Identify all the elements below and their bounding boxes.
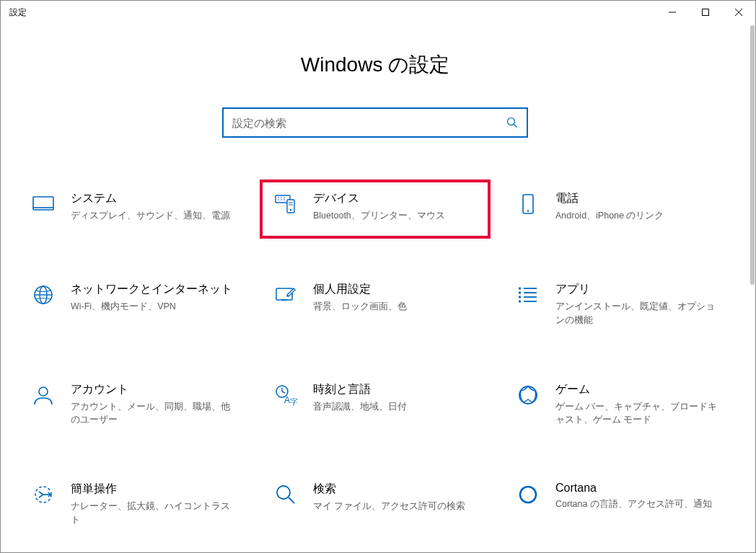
maximize-icon: [702, 9, 709, 16]
tile-title: ゲーム: [555, 382, 718, 397]
globe-icon: [32, 283, 55, 306]
close-icon: [735, 9, 742, 16]
tile-time-language[interactable]: A 字 時刻と言語 音声認識、地域、日付: [267, 378, 483, 432]
svg-rect-32: [519, 296, 521, 298]
scrollbar[interactable]: [750, 24, 755, 552]
tile-personalization[interactable]: 個人用設定 背景、ロック画面、色: [267, 278, 483, 332]
tile-subtitle: 音声認識、地域、日付: [313, 400, 476, 414]
svg-line-37: [282, 391, 285, 393]
tile-ease-of-access[interactable]: 簡単操作 ナレーター、拡大鏡、ハイコントラスト: [25, 477, 241, 531]
svg-point-42: [277, 486, 290, 499]
search-icon: [506, 117, 518, 128]
gaming-icon: [517, 384, 540, 407]
svg-line-5: [514, 124, 517, 127]
page-title: Windows の設定: [1, 51, 750, 79]
tile-title: Cortana: [555, 482, 718, 495]
tile-title: システム: [71, 191, 234, 206]
tile-subtitle: Android、iPhone のリンク: [555, 209, 718, 223]
tile-accounts[interactable]: アカウント アカウント、メール、同期、職場、他のユーザー: [25, 378, 241, 432]
scrollbar-thumb[interactable]: [750, 25, 755, 285]
svg-rect-31: [519, 292, 521, 294]
tile-title: デバイス: [313, 191, 476, 206]
svg-point-44: [520, 487, 536, 503]
tile-title: 時刻と言語: [313, 382, 476, 397]
tile-phone[interactable]: 電話 Android、iPhone のリンク: [509, 187, 726, 231]
tile-subtitle: Bluetooth、プリンター、マウス: [313, 209, 476, 223]
tile-subtitle: 背景、ロック画面、色: [313, 300, 476, 314]
tile-network[interactable]: ネットワークとインターネット Wi-Fi、機内モード、VPN: [25, 278, 241, 332]
tile-gaming[interactable]: ゲーム ゲーム バー、キャプチャ、ブロードキャスト、ゲーム モード: [509, 378, 726, 432]
svg-point-34: [39, 387, 48, 396]
apps-icon: [517, 283, 540, 306]
tile-title: 電話: [555, 191, 718, 206]
tile-subtitle: アンインストール、既定値、オプションの機能: [555, 300, 718, 327]
tile-title: ネットワークとインターネット: [71, 282, 234, 297]
svg-rect-1: [703, 9, 709, 16]
tile-subtitle: アカウント、メール、同期、職場、他のユーザー: [71, 400, 234, 428]
tile-devices[interactable]: デバイス Bluetooth、プリンター、マウス: [267, 187, 483, 231]
tile-subtitle: マイ ファイル、アクセス許可の検索: [313, 500, 476, 513]
tile-subtitle: Wi-Fi、機内モード、VPN: [71, 300, 234, 314]
phone-icon: [517, 193, 540, 216]
window-title: 設定: [9, 6, 27, 19]
search-container: [1, 107, 750, 138]
svg-point-20: [527, 210, 529, 212]
tile-title: 個人用設定: [313, 282, 476, 297]
svg-point-16: [290, 209, 292, 211]
tile-title: アプリ: [555, 282, 718, 297]
tile-title: アカウント: [71, 382, 234, 397]
tile-apps[interactable]: アプリ アンインストール、既定値、オプションの機能: [509, 278, 726, 332]
svg-rect-33: [519, 301, 521, 303]
tile-title: 簡単操作: [71, 482, 234, 497]
search-input[interactable]: [232, 117, 506, 129]
devices-icon: [274, 193, 297, 216]
cortana-icon: [517, 483, 540, 506]
svg-text:字: 字: [290, 397, 297, 406]
ease-of-access-icon: [32, 483, 55, 506]
system-icon: [32, 193, 55, 216]
search-category-icon: [274, 483, 297, 506]
tile-subtitle: ディスプレイ、サウンド、通知、電源: [71, 209, 234, 223]
tile-cortana[interactable]: Cortana Cortana の言語、アクセス許可、通知: [509, 477, 726, 531]
svg-point-4: [508, 118, 515, 125]
accounts-icon: [32, 384, 55, 407]
search-box[interactable]: [222, 107, 528, 138]
titlebar: 設定: [1, 1, 755, 24]
tile-search[interactable]: 検索 マイ ファイル、アクセス許可の検索: [267, 477, 483, 531]
svg-text:A: A: [284, 395, 290, 405]
svg-rect-30: [519, 288, 521, 290]
settings-tiles: システム ディスプレイ、サウンド、通知、電源 デバイス Bluetooth、プリ…: [1, 187, 750, 552]
svg-line-43: [289, 497, 294, 503]
minimize-button[interactable]: [656, 1, 689, 24]
personalization-icon: [274, 283, 297, 306]
close-button[interactable]: [722, 1, 755, 24]
maximize-button[interactable]: [689, 1, 722, 24]
tile-subtitle: Cortana の言語、アクセス許可、通知: [555, 497, 718, 511]
tile-system[interactable]: システム ディスプレイ、サウンド、通知、電源: [25, 187, 241, 231]
window-controls: [656, 1, 755, 24]
tile-subtitle: ゲーム バー、キャプチャ、ブロードキャスト、ゲーム モード: [555, 400, 718, 428]
tile-title: 検索: [313, 482, 476, 497]
minimize-icon: [669, 9, 676, 16]
time-language-icon: A 字: [274, 384, 297, 407]
content-area: Windows の設定 システム ディスプレイ、サウンド、通知、電源: [1, 24, 750, 552]
tile-subtitle: ナレーター、拡大鏡、ハイコントラスト: [71, 500, 234, 527]
svg-point-40: [519, 386, 537, 404]
